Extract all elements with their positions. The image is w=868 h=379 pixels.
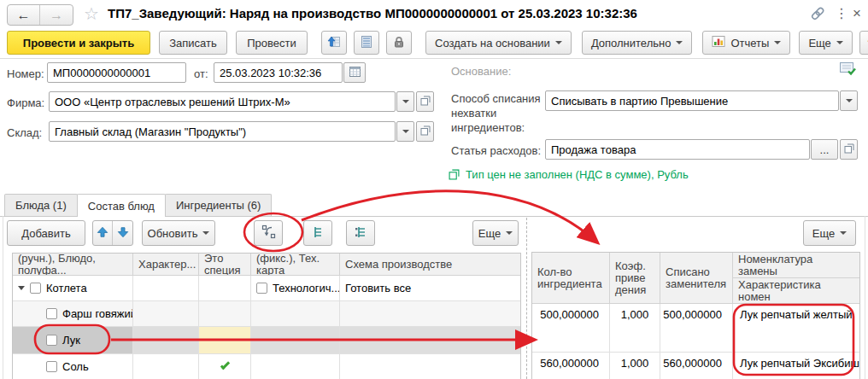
help-button[interactable]: ? (859, 31, 868, 55)
replacement-cell[interactable]: Лук репчатый желтый (733, 304, 859, 353)
coef-cell[interactable]: 1,000 (610, 353, 660, 379)
lock-button[interactable] (386, 31, 412, 55)
column-header-dish[interactable]: (ручн.), Блюдо, полуфа... (13, 254, 133, 276)
firm-input[interactable]: ООО «Центр отраслевых решений Штрих-М» (49, 91, 396, 112)
forward-button[interactable]: → (40, 5, 73, 25)
writeoff-method-input[interactable]: Списывать в партию Превышение (545, 90, 839, 111)
tab-ingredients[interactable]: Ингредиенты (6) (165, 194, 273, 216)
lock-icon (392, 35, 406, 51)
menu-dots-icon[interactable]: ⋮ (835, 5, 848, 21)
save-label: Записать (169, 37, 217, 50)
is-spice-cell[interactable] (199, 354, 251, 379)
close-icon[interactable]: × (853, 5, 861, 22)
replacement-cell[interactable]: Лук репчатый Эксибиш (733, 353, 859, 379)
table-cell[interactable] (199, 276, 251, 301)
table-cell[interactable] (340, 327, 520, 354)
table-cell[interactable] (251, 327, 340, 354)
chevron-down-icon (774, 41, 781, 44)
tech-card-cell[interactable]: Технологич... (251, 276, 340, 301)
warehouse-open-button[interactable] (416, 121, 434, 142)
table-row-dish-cell[interactable]: Соль (13, 354, 133, 379)
writeoff-cell[interactable]: 560,000000 (660, 353, 733, 379)
comment-icon[interactable] (839, 61, 856, 79)
table-cell[interactable] (251, 354, 340, 379)
table-row-dish-cell[interactable]: Фарш говяжий (13, 301, 133, 327)
column-header-scheme[interactable]: Схема производстве (340, 254, 520, 276)
writeoff-method-dropdown-button[interactable] (840, 90, 858, 111)
post-document-button[interactable] (321, 31, 347, 55)
warehouse-dropdown-button[interactable] (396, 121, 414, 142)
current-cell[interactable] (199, 327, 251, 354)
left-more-button[interactable]: Еще (472, 220, 519, 246)
expand-tree-button[interactable] (303, 220, 332, 246)
tab-dish-composition[interactable]: Состав блюд (77, 194, 166, 217)
row-checkbox[interactable] (46, 361, 57, 372)
table-row-dish-cell-selected[interactable]: Лук (13, 327, 133, 354)
register-records-button[interactable] (354, 31, 379, 55)
replacements-button[interactable] (254, 220, 283, 246)
table-cell[interactable] (340, 301, 520, 327)
row-checkbox[interactable] (46, 335, 57, 346)
tab-dishes-label: Блюда (1) (15, 199, 67, 212)
right-more-button[interactable]: Еще (803, 220, 856, 246)
table-cell[interactable] (340, 354, 520, 379)
create-based-on-button[interactable]: Создать на основании (425, 31, 572, 55)
column-header-tech-card[interactable]: (фикс.), Тех. карта (251, 254, 340, 276)
reports-button[interactable]: Отчеты (702, 31, 790, 55)
row-checkbox[interactable] (30, 283, 41, 294)
table-row-dish-cell[interactable]: Котлета (13, 276, 133, 301)
table-cell[interactable] (133, 327, 199, 354)
coef-cell[interactable]: 1,000 (610, 304, 660, 353)
move-down-button[interactable] (113, 221, 132, 245)
qty-cell[interactable]: 560,000000 (532, 353, 610, 379)
expand-triangle-icon[interactable] (18, 286, 25, 290)
firm-dropdown-button[interactable] (396, 91, 414, 112)
tech-card-checkbox[interactable] (256, 283, 267, 294)
row-checkbox[interactable] (46, 308, 57, 319)
get-link-icon[interactable] (810, 7, 825, 23)
ingredient-name: Соль (62, 360, 89, 373)
post-button[interactable]: Провести (236, 31, 308, 55)
save-button[interactable]: Записать (159, 31, 227, 55)
date-input[interactable]: 25.03.2023 10:32:36 (214, 62, 343, 83)
favorites-star-icon[interactable]: ☆ (84, 3, 99, 24)
table-cell[interactable] (251, 301, 340, 327)
column-header-nomenclature[interactable]: Номенклатура замены (733, 253, 859, 278)
price-type-warning-link[interactable]: Тип цен не заполнен (НДС в сумме), Рубль (466, 168, 689, 181)
tab-dishes[interactable]: Блюда (1) (4, 194, 78, 216)
column-header-characteristic[interactable]: Характеристика номен (733, 278, 859, 303)
table-cell[interactable] (133, 276, 199, 301)
move-up-button[interactable] (93, 221, 113, 245)
qty-value: 500,000000 (540, 308, 599, 321)
column-header-writeoff[interactable]: Списано заменителя (660, 253, 733, 304)
back-button[interactable]: ← (8, 5, 40, 25)
expense-item-select-button[interactable]: ... (811, 139, 838, 160)
qty-value: 560,000000 (540, 357, 599, 370)
pane-splitter[interactable] (526, 218, 527, 379)
number-input[interactable]: МП0000000000001 (47, 62, 186, 83)
expense-item-open-button[interactable] (840, 139, 858, 160)
table-cell[interactable] (199, 301, 251, 327)
collapse-tree-button[interactable] (346, 220, 375, 246)
toolbar-more-button[interactable]: Еще (799, 31, 852, 55)
writeoff-cell[interactable]: 500,000000 (660, 304, 733, 353)
column-header-qty[interactable]: Кол-во ингредиента (532, 253, 610, 304)
scheme-cell[interactable]: Готовить все (340, 276, 520, 301)
writeoff-method-label: Способ списания нехватки ингредиентов: (451, 91, 542, 135)
column-header-coef[interactable]: Коэф. приве дения (610, 253, 660, 304)
refresh-button[interactable]: Обновить (142, 220, 215, 246)
warehouse-input[interactable]: Главный склад (Магазин "Продукты") (49, 121, 396, 142)
tech-card-value: Технологич... (273, 282, 340, 294)
column-header-characteristic[interactable]: Характер... (133, 254, 199, 276)
post-and-close-button[interactable]: Провести и закрыть (7, 31, 150, 55)
qty-cell[interactable]: 500,000000 (532, 304, 610, 353)
table-cell[interactable] (133, 354, 199, 379)
column-header-is-spice[interactable]: Это специя (199, 254, 251, 276)
firm-open-button[interactable] (416, 91, 434, 112)
additional-button[interactable]: Дополнительно (582, 31, 693, 55)
calendar-button[interactable] (343, 62, 366, 83)
table-cell[interactable] (133, 301, 199, 327)
price-type-open-icon[interactable] (449, 169, 460, 183)
expense-item-input[interactable]: Продажа товара (545, 139, 810, 160)
add-row-button[interactable]: Добавить (7, 220, 85, 246)
